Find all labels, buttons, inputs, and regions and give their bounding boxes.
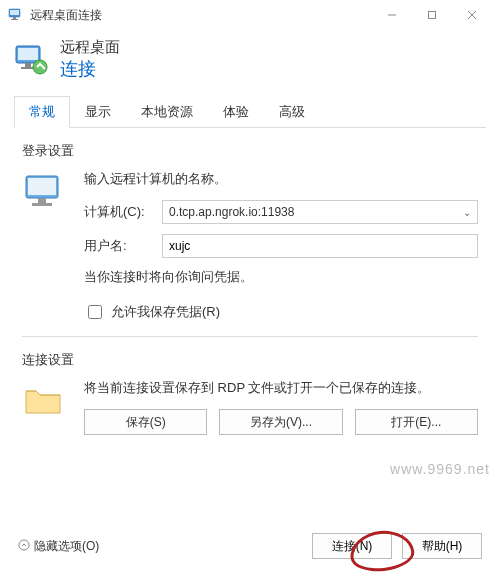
close-button[interactable] (452, 1, 492, 29)
chevron-down-icon: ⌄ (463, 207, 471, 218)
svg-rect-5 (429, 12, 436, 19)
svg-rect-15 (38, 198, 46, 203)
save-as-button[interactable]: 另存为(V)... (219, 409, 342, 435)
window-controls (372, 1, 492, 29)
tab-display[interactable]: 显示 (70, 96, 126, 128)
folder-icon (22, 379, 72, 435)
svg-rect-14 (28, 178, 56, 195)
computer-combobox[interactable]: 0.tcp.ap.ngrok.io:11938 ⌄ (162, 200, 478, 224)
monitor-icon (22, 170, 72, 322)
dialog-header: 远程桌面 连接 (0, 30, 500, 95)
computer-label: 计算机(C): (84, 203, 162, 221)
login-instruction: 输入远程计算机的名称。 (84, 170, 478, 188)
save-button[interactable]: 保存(S) (84, 409, 207, 435)
connection-desc: 将当前连接设置保存到 RDP 文件或打开一个已保存的连接。 (84, 379, 478, 397)
svg-rect-16 (32, 203, 52, 206)
connection-section-title: 连接设置 (22, 351, 478, 369)
credential-note: 当你连接时将向你询问凭据。 (84, 268, 478, 286)
help-button[interactable]: 帮助(H) (402, 533, 482, 559)
header-title: 远程桌面 (60, 38, 120, 57)
svg-rect-2 (13, 17, 16, 19)
connection-section: 将当前连接设置保存到 RDP 文件或打开一个已保存的连接。 保存(S) 另存为(… (22, 379, 478, 435)
hide-options-label: 隐藏选项(O) (34, 538, 99, 555)
username-label: 用户名: (84, 237, 162, 255)
collapse-arrow-icon (18, 539, 30, 554)
maximize-button[interactable] (412, 1, 452, 29)
open-button[interactable]: 打开(E)... (355, 409, 478, 435)
dialog-footer: 隐藏选项(O) 连接(N) 帮助(H) (18, 533, 482, 559)
tab-local-resources[interactable]: 本地资源 (126, 96, 208, 128)
svg-point-12 (33, 60, 47, 74)
save-credentials-box[interactable] (88, 305, 102, 319)
svg-rect-1 (10, 10, 19, 15)
header-subtitle: 连接 (60, 57, 120, 81)
tab-advanced[interactable]: 高级 (264, 96, 320, 128)
tab-general[interactable]: 常规 (14, 96, 70, 128)
tab-strip: 常规 显示 本地资源 体验 高级 (14, 95, 486, 128)
login-section-title: 登录设置 (22, 142, 478, 160)
connect-button[interactable]: 连接(N) (312, 533, 392, 559)
login-section: 输入远程计算机的名称。 计算机(C): 0.tcp.ap.ngrok.io:11… (22, 170, 478, 322)
tab-body: 登录设置 输入远程计算机的名称。 计算机(C): 0.tcp.ap.ngrok.… (0, 128, 500, 445)
divider (22, 336, 478, 337)
save-credentials-checkbox[interactable]: 允许我保存凭据(R) (84, 302, 478, 322)
titlebar: 远程桌面连接 (0, 0, 500, 30)
svg-rect-10 (25, 63, 31, 67)
rdp-icon (14, 42, 50, 78)
minimize-button[interactable] (372, 1, 412, 29)
hide-options-toggle[interactable]: 隐藏选项(O) (18, 538, 99, 555)
svg-point-17 (19, 540, 29, 550)
watermark-text: www.9969.net (390, 461, 490, 477)
save-credentials-label: 允许我保存凭据(R) (111, 303, 220, 321)
svg-rect-9 (18, 48, 38, 60)
rdp-titlebar-icon (8, 7, 24, 23)
tab-experience[interactable]: 体验 (208, 96, 264, 128)
window-title: 远程桌面连接 (30, 7, 372, 24)
svg-rect-3 (11, 19, 18, 20)
computer-value: 0.tcp.ap.ngrok.io:11938 (169, 205, 294, 219)
username-input[interactable] (162, 234, 478, 258)
